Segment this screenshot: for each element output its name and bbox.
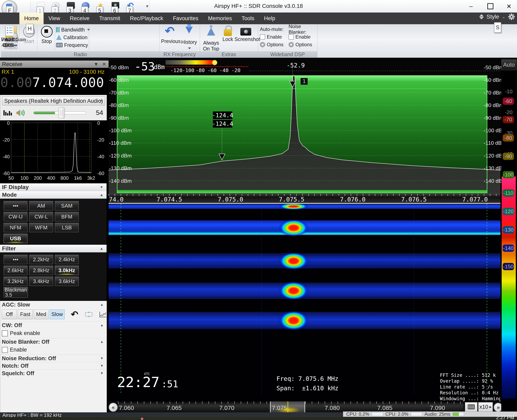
audio-spectrum[interactable]: 0-20-40-60 0-20-40-60 501002004008001k63… xyxy=(0,120,107,183)
mode-button[interactable]: NFM xyxy=(4,223,27,232)
qat-button-6[interactable]: 6 xyxy=(108,2,123,13)
ribbon-tab[interactable]: Receive xyxy=(65,13,95,24)
qat-button-1[interactable]: 1 xyxy=(33,2,48,13)
noise-blanker-header[interactable]: Noise Blanker: Off▲ xyxy=(0,338,107,345)
checkbox[interactable] xyxy=(260,34,265,40)
spectrum-display[interactable]: -50 dBm-60 dBm-70 dBm-80 dBm-90 dBm-100 … xyxy=(109,59,501,194)
checkbox[interactable] xyxy=(2,330,8,336)
filter-button[interactable]: 2.6kHz xyxy=(4,266,27,275)
agc-graph-icon[interactable] xyxy=(99,311,107,318)
minimize-button[interactable]: – xyxy=(466,2,475,10)
ribbon-tab[interactable]: Home xyxy=(19,13,44,24)
receive-panel-header[interactable]: Receive ▼✕ xyxy=(0,60,109,68)
ribbon-tab[interactable]: View xyxy=(44,13,65,24)
volume-slider-thumb[interactable] xyxy=(58,107,65,118)
auto-range-button[interactable]: Auto xyxy=(501,59,517,70)
automute-label: Auto-mute: xyxy=(260,25,288,33)
agc-display-icon[interactable] xyxy=(85,311,93,318)
qat-button-3[interactable]: 3 xyxy=(63,2,78,13)
noise-reduction-header[interactable]: Noise Reduction: Off▼ xyxy=(0,355,107,362)
mode-button[interactable]: ••• xyxy=(4,201,27,210)
filter-button[interactable]: 2.8kHz xyxy=(29,266,53,275)
lock-button[interactable]: Lock xyxy=(222,25,234,51)
ribbon-tab[interactable]: Help xyxy=(259,13,280,24)
filter-button[interactable]: 3.0kHz xyxy=(55,266,79,275)
ribbon-collapse-icon[interactable] xyxy=(479,14,484,19)
list-icon xyxy=(6,26,14,36)
panel-close-icon[interactable]: ✕ xyxy=(102,61,106,67)
notch-header[interactable]: Notch: Off▼ xyxy=(0,362,107,369)
nb-enable-row[interactable]: Enable xyxy=(0,345,107,355)
previous-frequency-button[interactable]: ↶ Previous xyxy=(161,25,178,51)
frequency-button[interactable]: Frequency xyxy=(56,41,90,49)
qat-overflow-button[interactable]: ▾ xyxy=(146,4,148,9)
band-ruler[interactable]: 7.0607.0657.0707.0757.0807.0857.090 xyxy=(118,401,464,412)
agc-button[interactable]: Off xyxy=(2,309,17,319)
mode-button[interactable]: USB xyxy=(4,234,27,243)
agc-button[interactable]: Slow xyxy=(50,309,65,319)
frequency-display[interactable]: RX 1 100 - 3100 Hz 0.007.074.000 xyxy=(0,68,107,95)
filter-button[interactable]: 3.2kHz xyxy=(4,277,27,286)
maximize-button[interactable] xyxy=(486,2,495,10)
marker-badge[interactable]: 1 xyxy=(301,78,308,85)
window-function-button[interactable]: Blackman3.5 xyxy=(4,287,28,298)
automute-options-button[interactable]: Options xyxy=(260,41,288,48)
zoom-step-button[interactable]: x10▸ xyxy=(478,402,493,412)
mode-button[interactable]: WFM xyxy=(29,223,53,232)
close-button[interactable]: ✕ xyxy=(504,2,513,10)
noise-blanker-options-button[interactable]: Options xyxy=(288,41,317,48)
tuned-frequency[interactable]: 0.007.074.000 xyxy=(0,75,104,90)
mode-button[interactable]: SAM xyxy=(55,201,79,210)
waterfall-display[interactable]: UTC 22:27 :51 Freq: 7.075.6 MHz Span: ±1… xyxy=(109,204,501,401)
ribbon-tab[interactable]: Favourites xyxy=(168,13,203,24)
squelch-header[interactable]: Squelch: Off▼ xyxy=(0,369,107,377)
stop-button[interactable]: Stop xyxy=(38,25,55,51)
mode-button[interactable]: CW-U xyxy=(4,212,27,221)
mode-button[interactable]: CW-L xyxy=(29,212,53,221)
mode-button[interactable]: LSB xyxy=(55,223,79,232)
style-menu[interactable]: Style xyxy=(487,14,499,20)
ribbon-tab[interactable]: Rec/Playback xyxy=(125,13,168,24)
history-button[interactable]: History xyxy=(180,25,198,51)
cw-header[interactable]: CW: Off▲ xyxy=(0,322,107,329)
bandwidth-button[interactable]: Bandwidth xyxy=(56,26,90,34)
audio-device-select[interactable]: Speakers (Realtek High Definition Audio) xyxy=(2,97,105,105)
mode-header[interactable]: Mode▲ xyxy=(0,191,107,199)
spectrum-frequency-ruler[interactable]: 74.07.074.57.075.07.075.57.076.07.076.57… xyxy=(109,194,501,203)
peak-enable-row[interactable]: Peak enable xyxy=(0,329,107,338)
ribbon-tab[interactable]: Transmit xyxy=(95,13,125,24)
checkbox[interactable] xyxy=(2,347,8,353)
agc-header[interactable]: AGC: Slow▲ xyxy=(0,301,107,308)
always-on-top-button[interactable]: AlwaysOn Top xyxy=(201,25,221,51)
speaker-icon[interactable] xyxy=(16,109,25,117)
filter-button[interactable]: 2.2kHz xyxy=(29,255,53,264)
filter-button[interactable]: 2.4kHz xyxy=(55,255,79,264)
filter-button[interactable]: ••• xyxy=(4,255,27,264)
qat-button-4[interactable]: 4 xyxy=(78,2,93,13)
agc-button[interactable]: Med xyxy=(34,309,49,319)
colorbar-level-badge: -120 xyxy=(503,208,514,215)
agc-undo-icon[interactable]: ↶ xyxy=(71,309,78,319)
screenshot-button[interactable]: Screenshot xyxy=(235,25,257,51)
checkbox[interactable] xyxy=(288,34,294,40)
agc-button[interactable]: Fast xyxy=(18,309,33,319)
qat-button-2[interactable]: 2 xyxy=(48,2,63,13)
filter-button[interactable]: 3.6kHz xyxy=(55,277,79,286)
ribbon-tab[interactable]: Memories xyxy=(203,13,237,24)
ribbon-dropdown-button[interactable]: Visual Gain 0 dB xyxy=(1,25,18,51)
equalizer-icon[interactable] xyxy=(3,109,12,117)
mode-button[interactable]: BFM xyxy=(55,212,79,221)
filter-button[interactable]: 3.4kHz xyxy=(29,277,53,286)
settings-gear-icon[interactable] xyxy=(508,13,515,20)
keyboard-entry-button[interactable] xyxy=(465,402,477,412)
qat-button-7[interactable]: ↶7 xyxy=(123,2,138,13)
filter-header[interactable]: Filter▲ xyxy=(0,245,107,252)
automute-enable[interactable]: Enable xyxy=(260,33,288,41)
panel-menu-icon[interactable]: ▼ xyxy=(94,61,98,67)
calibration-button[interactable]: Calibration xyxy=(56,34,90,41)
scroll-left-button[interactable]: « xyxy=(109,403,118,412)
if-display-header[interactable]: IF Display▼ xyxy=(0,183,107,191)
qat-button-5[interactable]: ★5 xyxy=(93,2,108,13)
mode-button[interactable]: AM xyxy=(29,201,53,210)
ribbon-tab[interactable]: Tools xyxy=(237,13,259,24)
